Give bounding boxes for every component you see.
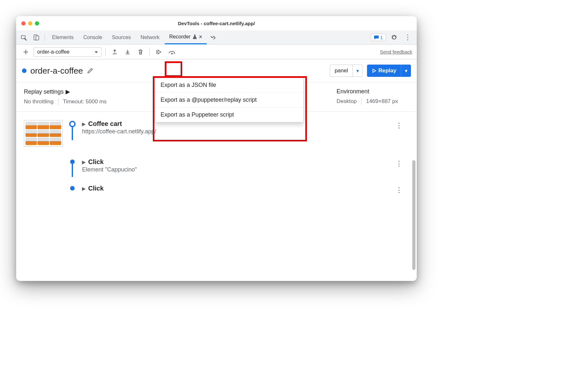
- recording-selector[interactable]: order-a-coffee: [34, 47, 101, 57]
- new-recording-icon[interactable]: [21, 47, 31, 57]
- timeout-value: Timeout: 5000 ms: [63, 98, 111, 105]
- step-menu-icon[interactable]: ⋮: [393, 120, 409, 131]
- expand-caret-icon[interactable]: ▶: [82, 160, 86, 165]
- step-menu-icon[interactable]: ⋮: [393, 158, 409, 169]
- tab-sources[interactable]: Sources: [107, 30, 135, 44]
- steps-list: ▶Coffee cart https://coffee-cart.netlify…: [16, 112, 417, 281]
- window-title: DevTools - coffee-cart.netlify.app/: [16, 21, 417, 26]
- zoom-window-button[interactable]: [35, 21, 39, 26]
- viewport-value: 1469×887 px: [366, 98, 403, 105]
- environment-header: Environment: [337, 88, 403, 95]
- device-value: Desktop: [337, 98, 362, 105]
- step-row[interactable]: ▶Coffee cart https://coffee-cart.netlify…: [24, 118, 409, 156]
- close-tab-icon[interactable]: ×: [199, 34, 203, 40]
- device-toggle-icon[interactable]: [30, 30, 42, 44]
- timeline-node-icon: [70, 160, 75, 164]
- recorder-toolbar: order-a-coffee Send feedback: [16, 45, 417, 59]
- export-menu: Export as a JSON file Export as a @puppe…: [155, 77, 304, 122]
- kebab-menu-icon[interactable]: ⋮: [403, 32, 413, 43]
- recording-name: order-a-coffee: [30, 66, 83, 76]
- replay-step-icon[interactable]: [154, 47, 164, 57]
- tab-elements[interactable]: Elements: [47, 30, 78, 44]
- minimize-window-button[interactable]: [28, 21, 32, 26]
- tab-recorder[interactable]: Recorder ×: [165, 30, 207, 44]
- performance-panel-button[interactable]: panel ▾: [330, 65, 363, 77]
- panel-tabbar: Elements Console Sources Network Recorde…: [16, 30, 417, 45]
- replay-dropdown-icon[interactable]: ▾: [401, 65, 411, 77]
- replay-button[interactable]: Replay ▾: [367, 65, 411, 77]
- timeline-node-icon: [70, 186, 75, 191]
- more-tabs-icon[interactable]: [207, 30, 218, 44]
- devtools-window: DevTools - coffee-cart.netlify.app/ Elem…: [16, 16, 417, 281]
- send-feedback-link[interactable]: Send feedback: [380, 49, 412, 55]
- export-puppeteer-replay-option[interactable]: Export as a @puppeteer/replay script: [155, 93, 303, 108]
- flask-icon: [193, 34, 197, 39]
- tab-console[interactable]: Console: [79, 30, 107, 44]
- close-window-button[interactable]: [21, 21, 26, 26]
- tab-network[interactable]: Network: [136, 30, 164, 44]
- import-icon[interactable]: [110, 47, 120, 57]
- step-title: Click: [88, 185, 104, 192]
- traffic-lights: [21, 21, 39, 26]
- panel-dropdown-icon[interactable]: ▾: [352, 65, 362, 77]
- export-icon[interactable]: [122, 47, 133, 57]
- scrollbar[interactable]: [412, 160, 415, 270]
- step-menu-icon[interactable]: ⋮: [393, 185, 409, 196]
- replay-settings-header[interactable]: Replay settings ▶: [24, 88, 111, 95]
- step-title: Coffee cart: [88, 120, 122, 128]
- chevron-right-icon: ▶: [66, 88, 70, 95]
- expand-caret-icon[interactable]: ▶: [82, 186, 86, 191]
- issues-badge[interactable]: 1: [371, 34, 386, 41]
- export-puppeteer-option[interactable]: Export as a Puppeteer script: [155, 108, 303, 122]
- delete-icon[interactable]: [135, 47, 146, 57]
- step-over-icon[interactable]: [167, 47, 177, 57]
- recording-indicator-icon: [22, 68, 26, 73]
- step-title: Click: [88, 158, 104, 166]
- step-subtitle: https://coffee-cart.netlify.app/: [82, 128, 387, 135]
- step-row[interactable]: ▶Click Element "Cappucino" ⋮: [24, 156, 409, 182]
- svg-rect-2: [36, 36, 39, 40]
- export-json-option[interactable]: Export as a JSON file: [155, 78, 303, 93]
- step-subtitle: Element "Cappucino": [82, 166, 387, 173]
- step-row[interactable]: ▶Click ⋮: [24, 182, 409, 196]
- settings-gear-icon[interactable]: [389, 32, 399, 43]
- titlebar: DevTools - coffee-cart.netlify.app/: [16, 16, 417, 30]
- inspect-icon[interactable]: [18, 30, 30, 44]
- throttle-value: No throttling: [24, 98, 58, 105]
- expand-caret-icon[interactable]: ▶: [82, 121, 86, 127]
- edit-name-icon[interactable]: [87, 67, 93, 74]
- svg-point-3: [172, 53, 173, 54]
- step-thumbnail: [24, 120, 63, 147]
